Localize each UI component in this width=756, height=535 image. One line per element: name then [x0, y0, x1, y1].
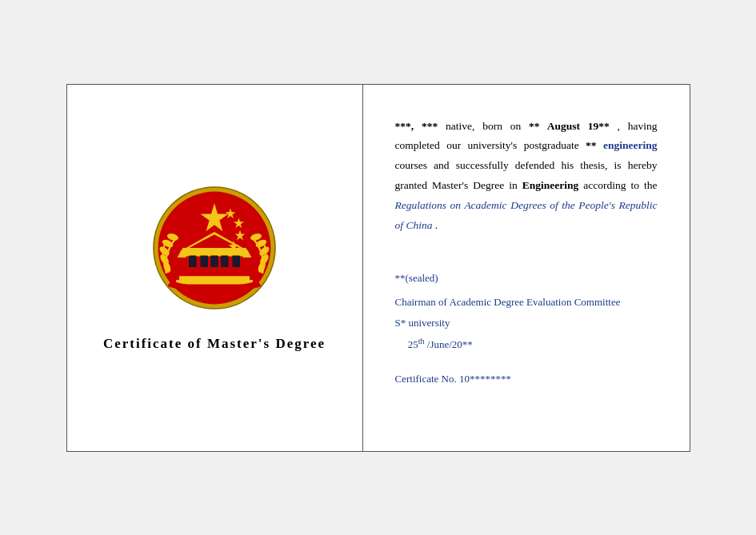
engineering-word: engineering	[603, 139, 658, 151]
svg-rect-12	[178, 258, 186, 275]
svg-rect-13	[242, 258, 251, 275]
regulations-text: Regulations on Academic Degrees of the P…	[395, 199, 658, 231]
university-line: S* university	[395, 313, 658, 333]
sealed-line: **(sealed)	[395, 268, 658, 289]
svg-rect-5	[200, 255, 208, 266]
svg-rect-6	[210, 255, 218, 266]
cert-number: Certificate No. 10********	[395, 369, 658, 389]
person-name: ***, ***	[395, 120, 438, 132]
committee-line: Chairman of Academic Degree Evaluation C…	[395, 292, 658, 313]
date-indent	[395, 339, 406, 351]
left-panel: Certificate of Master's Degree	[67, 85, 363, 451]
birthdate: ** August 19**	[529, 120, 610, 132]
according-text: according to the	[583, 179, 657, 191]
signature-section: **(sealed) Chairman of Academic Degree E…	[395, 268, 658, 389]
stars: **	[586, 139, 597, 151]
date-line: 25th /June/20**	[395, 333, 658, 355]
right-panel: ***, *** native, born on ** August 19** …	[363, 85, 690, 451]
engineering-degree: Engineering	[522, 179, 579, 191]
certificate-document: Certificate of Master's Degree ***, *** …	[66, 84, 690, 452]
svg-rect-8	[232, 255, 240, 266]
date-day: 25	[408, 339, 418, 351]
period: .	[435, 219, 438, 231]
native-text: native, born on	[446, 120, 529, 132]
svg-rect-4	[189, 255, 197, 266]
certificate-title: Certificate of Master's Degree	[103, 336, 326, 352]
svg-rect-11	[182, 248, 246, 251]
svg-rect-7	[221, 255, 229, 266]
svg-rect-17	[176, 280, 253, 285]
date-rest: /June/20**	[425, 339, 473, 351]
date-sup: th	[418, 337, 425, 345]
national-emblem	[150, 184, 278, 312]
main-text-paragraph: ***, *** native, born on ** August 19** …	[395, 117, 658, 237]
